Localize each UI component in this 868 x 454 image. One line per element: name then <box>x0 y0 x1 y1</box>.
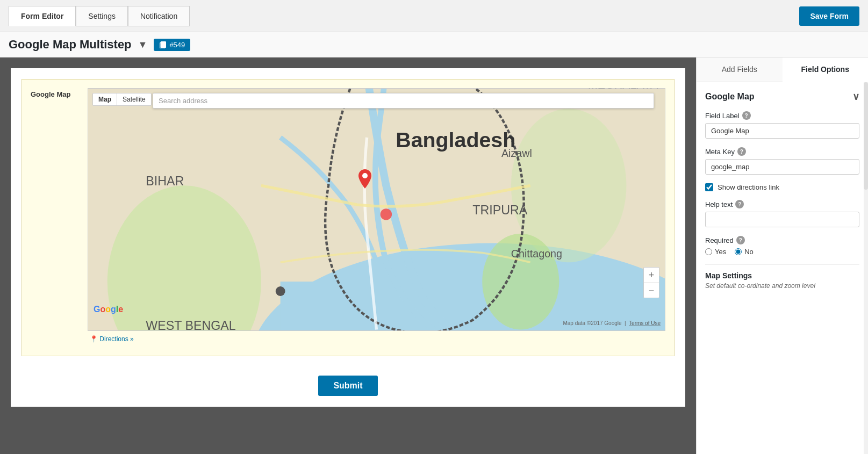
search-placeholder: Search address <box>159 97 207 105</box>
form-id-badge: #549 <box>154 39 190 51</box>
right-scrollbar <box>864 82 868 454</box>
meta-key-help-icon[interactable]: ? <box>737 147 746 156</box>
meta-key-row: Meta Key ? <box>705 147 859 175</box>
map-settings-description: Set default co-ordinate and zoom level <box>705 282 859 290</box>
svg-text:Bangladesh: Bangladesh <box>396 128 515 152</box>
svg-point-9 <box>276 286 285 296</box>
required-radio-group: Yes No <box>705 248 859 256</box>
main-layout: Google Map <box>0 57 868 454</box>
copy-icon <box>159 41 167 48</box>
required-yes-radio[interactable] <box>705 248 712 255</box>
directions-link[interactable]: 📍 Directions » <box>89 335 134 343</box>
editor-area: Google Map <box>0 57 696 454</box>
map-settings-section: Map Settings Set default co-ordinate and… <box>705 271 859 290</box>
map-tab-map[interactable]: Map <box>93 93 117 105</box>
show-directions-label[interactable]: Show directions link <box>718 183 779 191</box>
form-title-dropdown-icon[interactable]: ▼ <box>138 39 148 51</box>
svg-text:WEST BENGAL: WEST BENGAL <box>146 319 235 330</box>
map-wrapper: Bangladesh BIHAR WEST BENGAL Kolkata Aiz… <box>88 88 665 347</box>
right-panel: Add Fields Field Options Google Map ∨ Fi… <box>696 57 868 454</box>
meta-key-input[interactable] <box>705 159 859 175</box>
required-no-radio[interactable] <box>735 248 742 255</box>
svg-text:TRIPURA: TRIPURA <box>472 203 527 217</box>
map-tab-satellite[interactable]: Satellite <box>117 93 151 105</box>
form-title-bar: Google Map Multistep ▼ #549 <box>0 32 868 57</box>
map-settings-title: Map Settings <box>705 271 859 280</box>
svg-text:Aizawl: Aizawl <box>501 147 532 159</box>
required-row: Required ? Yes No <box>705 236 859 256</box>
tab-settings[interactable]: Settings <box>76 6 128 26</box>
help-text-input[interactable] <box>705 212 859 227</box>
top-nav: Form Editor Settings Notification Save F… <box>0 0 868 32</box>
field-label-help-icon[interactable]: ? <box>742 111 751 120</box>
field-label-input[interactable] <box>705 123 859 139</box>
map-field: Google Map <box>21 79 675 356</box>
required-no-option[interactable]: No <box>735 248 754 256</box>
tab-add-fields[interactable]: Add Fields <box>697 57 783 82</box>
required-yes-option[interactable]: Yes <box>705 248 726 256</box>
svg-text:Chittagong: Chittagong <box>511 248 562 260</box>
map-settings-divider <box>705 264 859 265</box>
zoom-in-button[interactable]: + <box>644 268 659 283</box>
map-type-tabs: Map Satellite <box>92 93 152 106</box>
map-background: Bangladesh BIHAR WEST BENGAL Kolkata Aiz… <box>88 89 665 330</box>
field-options-content: Google Map ∨ Field Label ? Meta Key ? <box>697 82 868 454</box>
svg-text:MEGHALAYA: MEGHALAYA <box>588 89 658 92</box>
field-section-collapse-icon[interactable]: ∨ <box>852 91 859 103</box>
svg-point-20 <box>362 173 368 178</box>
google-logo: Google <box>94 305 123 314</box>
svg-rect-1 <box>161 42 166 48</box>
submit-button[interactable]: Submit <box>318 376 377 396</box>
map-inner: Bangladesh BIHAR WEST BENGAL Kolkata Aiz… <box>88 89 665 330</box>
editor-scroll[interactable]: Google Map <box>0 57 696 454</box>
field-section-header: Google Map ∨ <box>705 91 859 103</box>
meta-key-heading: Meta Key ? <box>705 147 859 156</box>
field-section-name: Google Map <box>705 92 755 102</box>
required-heading: Required ? <box>705 236 859 244</box>
required-help-icon[interactable]: ? <box>736 236 745 244</box>
nav-tabs: Form Editor Settings Notification <box>9 6 190 26</box>
save-form-button[interactable]: Save Form <box>799 6 859 26</box>
right-panel-tabs: Add Fields Field Options <box>697 57 868 82</box>
help-text-row: Help text ? <box>705 200 859 227</box>
map-field-label: Google Map <box>31 88 79 98</box>
help-text-help-icon[interactable]: ? <box>735 200 744 208</box>
map-pin <box>358 169 371 190</box>
map-zoom-controls: + − <box>643 267 659 298</box>
zoom-out-button[interactable]: − <box>644 283 659 298</box>
tab-notification[interactable]: Notification <box>128 6 190 26</box>
form-canvas: Google Map <box>11 68 685 407</box>
form-title: Google Map Multistep <box>9 38 132 52</box>
field-label-heading: Field Label ? <box>705 111 859 120</box>
svg-text:BIHAR: BIHAR <box>146 174 184 188</box>
tab-form-editor[interactable]: Form Editor <box>9 6 76 26</box>
map-container: Bangladesh BIHAR WEST BENGAL Kolkata Aiz… <box>88 88 665 331</box>
help-text-heading: Help text ? <box>705 200 859 208</box>
show-directions-checkbox[interactable] <box>705 183 713 191</box>
right-scrollbar-thumb[interactable] <box>864 82 868 190</box>
submit-wrapper: Submit <box>21 367 675 396</box>
tab-field-options[interactable]: Field Options <box>783 57 869 82</box>
map-search-box[interactable]: Search address <box>153 93 654 109</box>
svg-point-10 <box>381 208 392 220</box>
show-directions-row: Show directions link <box>705 183 859 191</box>
directions-wrapper: 📍 Directions » <box>88 331 665 347</box>
map-attribution: Map data ©2017 Google | Terms of Use <box>563 320 661 326</box>
field-label-row: Field Label ? <box>705 111 859 139</box>
